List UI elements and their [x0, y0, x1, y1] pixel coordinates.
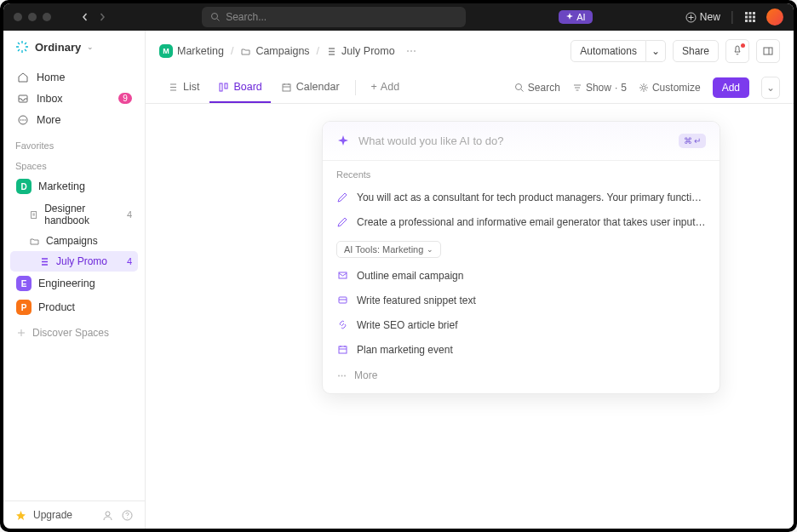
forward-button[interactable] — [95, 10, 109, 24]
space-product[interactable]: P Product — [10, 295, 138, 319]
recent-item[interactable]: You will act as a consultant for tech pr… — [323, 185, 720, 209]
svg-rect-6 — [749, 16, 752, 19]
tab-board[interactable]: Board — [209, 72, 270, 103]
svg-rect-22 — [764, 48, 772, 54]
favorites-label: Favorites — [3, 134, 145, 154]
svg-rect-2 — [745, 12, 748, 14]
chevron-down-icon: ⌄ — [427, 245, 433, 254]
more-icon — [336, 370, 347, 381]
breadcrumb-july-promo[interactable]: July Promo — [326, 45, 395, 57]
nav-home[interactable]: Home — [10, 66, 138, 88]
space-marketing[interactable]: D Marketing — [10, 174, 138, 198]
global-search-input[interactable]: Search... — [202, 7, 466, 27]
inbox-icon — [16, 92, 29, 105]
automations-button[interactable]: Automations ⌄ — [571, 40, 666, 62]
ai-tools-chip[interactable]: AI Tools: Marketing ⌄ — [336, 241, 441, 258]
share-button[interactable]: Share — [673, 40, 719, 62]
pencil-icon — [336, 215, 349, 228]
back-button[interactable] — [78, 10, 92, 24]
nav-inbox[interactable]: Inbox 9 — [10, 88, 138, 109]
svg-rect-9 — [749, 20, 752, 22]
spaces-label: Spaces — [3, 154, 145, 174]
calendar-icon — [281, 82, 292, 93]
folder-icon — [240, 46, 251, 57]
workspace-name: Ordinary — [35, 41, 81, 54]
space-badge-icon: D — [16, 179, 32, 194]
svg-point-26 — [515, 84, 521, 90]
ai-tool-outline-email[interactable]: Outline email campaign — [323, 263, 720, 288]
space-badge-icon: P — [16, 300, 32, 315]
upgrade-button[interactable]: Upgrade — [33, 509, 72, 521]
window-controls[interactable] — [14, 13, 51, 21]
search-icon — [210, 12, 221, 22]
svg-point-14 — [22, 119, 24, 121]
folder-icon — [29, 236, 40, 247]
svg-point-31 — [338, 375, 340, 376]
plus-icon — [16, 328, 26, 338]
notifications-button[interactable] — [725, 39, 749, 63]
ai-tool-seo[interactable]: Write SEO article brief — [323, 312, 720, 337]
svg-rect-3 — [749, 12, 752, 14]
notification-dot — [741, 43, 745, 48]
add-view-button[interactable]: + Add — [363, 72, 409, 103]
nav-more[interactable]: More — [10, 109, 138, 130]
link-icon — [336, 318, 349, 331]
tree-designer-handbook[interactable]: Designer handbook 4 — [10, 198, 138, 231]
new-button[interactable]: New — [685, 11, 720, 23]
breadcrumb-marketing[interactable]: M Marketing — [159, 44, 224, 58]
search-icon — [514, 83, 525, 93]
svg-rect-23 — [220, 83, 222, 91]
tab-calendar[interactable]: Calendar — [272, 72, 348, 103]
user-icon[interactable] — [102, 510, 113, 521]
svg-rect-10 — [753, 20, 755, 22]
pencil-icon — [336, 191, 349, 203]
user-avatar[interactable] — [766, 9, 783, 26]
plus-circle-icon — [685, 12, 697, 23]
plus-icon: + — [371, 81, 377, 93]
apps-icon[interactable] — [744, 11, 756, 23]
svg-point-20 — [410, 50, 412, 52]
svg-point-32 — [341, 375, 343, 376]
sparkle-icon — [336, 134, 350, 148]
ai-button[interactable]: AI — [559, 10, 592, 24]
tab-list[interactable]: List — [159, 72, 208, 103]
ai-tool-event[interactable]: Plan marketing event — [323, 337, 720, 362]
chevron-down-icon: ⌄ — [87, 43, 94, 51]
workspace-logo-icon — [15, 40, 29, 54]
titlebar: Search... AI New | — [3, 3, 794, 31]
keyboard-hint: ⌘↵ — [679, 134, 706, 148]
svg-rect-5 — [745, 16, 748, 19]
tool-search[interactable]: Search — [514, 82, 560, 94]
svg-rect-24 — [225, 83, 227, 89]
add-button[interactable]: Add — [713, 77, 749, 98]
workspace-switcher[interactable]: Ordinary ⌄ — [3, 31, 145, 63]
tree-july-promo[interactable]: July Promo 4 — [10, 251, 138, 272]
ai-tool-snippet[interactable]: Write featured snippet text — [323, 288, 720, 312]
breadcrumb-campaigns[interactable]: Campaigns — [240, 45, 309, 57]
recent-item[interactable]: Create a professional and informative em… — [323, 209, 720, 234]
svg-rect-30 — [339, 346, 347, 353]
panel-icon — [762, 45, 774, 57]
list-icon — [168, 82, 179, 93]
panel-button[interactable] — [756, 39, 780, 63]
tool-customize[interactable]: Customize — [639, 82, 701, 94]
space-badge-icon: M — [159, 44, 173, 58]
calendar-icon — [336, 343, 349, 356]
ai-more-button[interactable]: More — [323, 362, 720, 393]
space-badge-icon: E — [16, 276, 32, 291]
space-engineering[interactable]: E Engineering — [10, 272, 138, 295]
automations-dropdown[interactable]: ⌄ — [646, 40, 666, 62]
ai-prompt-input[interactable] — [358, 134, 670, 147]
view-tabs: List Board Calendar + Add — [146, 72, 794, 104]
discover-spaces[interactable]: Discover Spaces — [10, 323, 138, 343]
svg-rect-25 — [283, 84, 290, 91]
tool-show[interactable]: Show · 5 — [572, 82, 627, 94]
board-canvas: ⌘↵ Recents You will act as a consultant … — [146, 104, 794, 529]
breadcrumb-bar: M Marketing / Campaigns / July Promo Aut… — [146, 31, 794, 72]
more-icon[interactable] — [405, 45, 417, 57]
tree-campaigns[interactable]: Campaigns — [10, 231, 138, 251]
help-icon[interactable] — [122, 510, 133, 521]
sidebar: Ordinary ⌄ Home Inbox 9 More Favorites — [3, 31, 146, 529]
add-dropdown[interactable]: ⌄ — [761, 77, 780, 99]
search-placeholder: Search... — [226, 11, 267, 23]
